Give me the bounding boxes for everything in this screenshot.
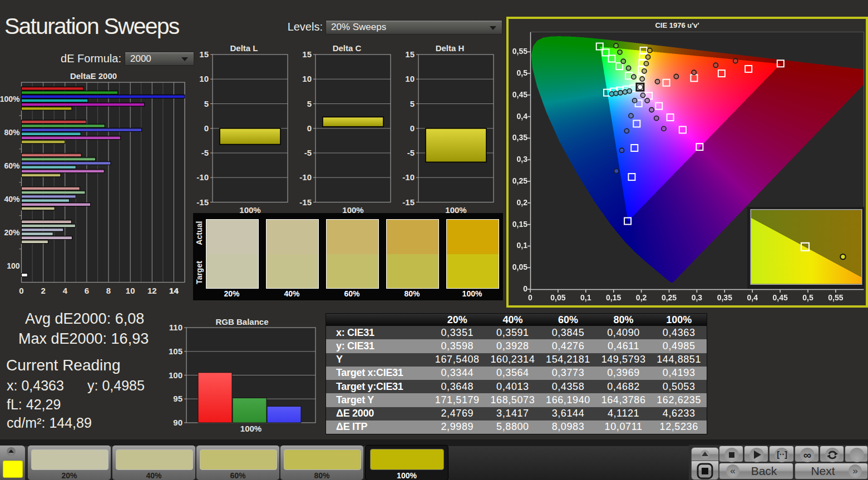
svg-text:105: 105 (169, 347, 183, 356)
svg-text:-10: -10 (299, 172, 312, 182)
svg-text:0: 0 (307, 123, 312, 133)
svg-text:6: 6 (85, 286, 89, 295)
svg-text:14: 14 (169, 286, 179, 295)
svg-text:DeltaE 2000: DeltaE 2000 (70, 72, 117, 81)
svg-text:40%: 40% (4, 195, 20, 204)
svg-text:0: 0 (19, 286, 23, 295)
svg-text:2: 2 (41, 286, 45, 295)
svg-text:RGB Balance: RGB Balance (215, 319, 268, 326)
svg-text:0: 0 (204, 123, 209, 133)
svg-text:10: 10 (126, 286, 135, 295)
svg-text:-15: -15 (299, 197, 312, 207)
svg-text:90: 90 (173, 418, 183, 427)
svg-text:15: 15 (199, 50, 209, 59)
svg-text:10: 10 (302, 74, 312, 83)
svg-text:12: 12 (147, 286, 157, 295)
svg-text:80%: 80% (4, 128, 20, 137)
svg-text:100%: 100% (0, 95, 20, 103)
svg-text:4: 4 (63, 286, 68, 295)
svg-text:-5: -5 (304, 148, 312, 157)
svg-text:5: 5 (410, 99, 415, 108)
svg-text:15: 15 (405, 50, 415, 59)
svg-text:60%: 60% (4, 161, 20, 170)
svg-text:100: 100 (169, 370, 183, 380)
svg-text:Delta L: Delta L (230, 43, 258, 53)
svg-text:-5: -5 (407, 148, 415, 157)
svg-text:5: 5 (307, 99, 312, 108)
svg-text:10: 10 (405, 74, 415, 83)
svg-text:20%: 20% (4, 228, 20, 237)
svg-text:-10: -10 (196, 172, 209, 182)
svg-text:Delta H: Delta H (436, 43, 465, 53)
svg-text:110: 110 (169, 323, 183, 332)
svg-text:95: 95 (173, 394, 183, 403)
svg-text:5: 5 (204, 99, 209, 108)
svg-text:-10: -10 (402, 172, 415, 182)
svg-text:10: 10 (199, 74, 209, 83)
svg-text:-5: -5 (201, 148, 209, 157)
svg-text:0: 0 (410, 123, 415, 133)
svg-text:100%: 100% (240, 424, 262, 433)
svg-text:15: 15 (302, 50, 312, 59)
svg-text:8: 8 (106, 286, 111, 295)
svg-text:-15: -15 (402, 197, 415, 207)
svg-text:Delta C: Delta C (333, 43, 362, 53)
svg-text:100: 100 (7, 261, 20, 270)
svg-text:-15: -15 (196, 197, 209, 207)
